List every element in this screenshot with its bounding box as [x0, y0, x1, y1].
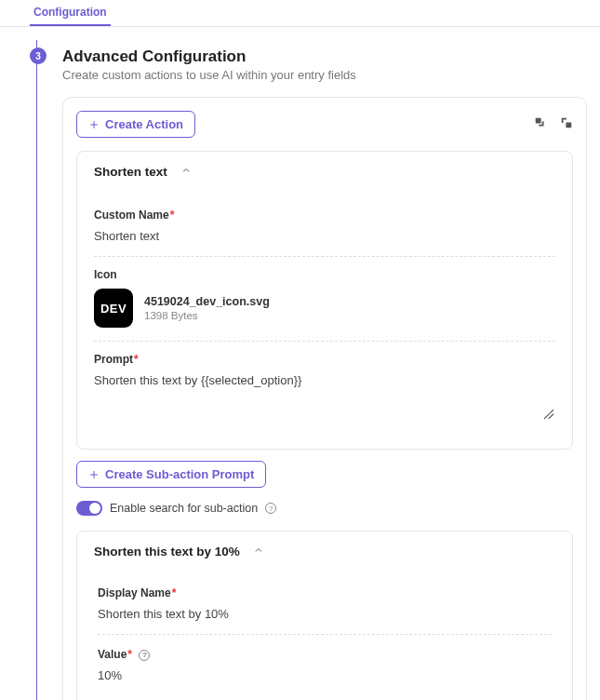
section-title: Advanced Configuration [62, 47, 587, 66]
prompt-value[interactable]: Shorten this text by {{selected_option}} [94, 373, 555, 387]
plus-icon [88, 119, 100, 130]
action-item: Shorten text Custom Name* Shorten text I… [76, 151, 573, 450]
value-label: Value* ? [98, 648, 552, 661]
create-action-label: Create Action [105, 117, 183, 131]
custom-name-value[interactable]: Shorten text [94, 229, 555, 243]
dev-icon[interactable]: DEV [94, 289, 133, 328]
collapse-all-icon[interactable] [560, 116, 573, 132]
help-icon[interactable]: ? [139, 650, 150, 661]
svg-rect-2 [536, 118, 541, 124]
action-item-header[interactable]: Shorten text [77, 152, 572, 192]
create-subaction-button[interactable]: Create Sub-action Prompt [76, 461, 266, 488]
actions-card: Create Action Shorten text [62, 97, 587, 700]
icon-filesize: 1398 Bytes [144, 310, 270, 321]
resize-handle-icon[interactable] [542, 408, 555, 421]
create-action-button[interactable]: Create Action [76, 111, 195, 138]
enable-search-label: Enable search for sub-action [110, 502, 258, 515]
icon-label: Icon [94, 268, 555, 281]
subaction-item-header[interactable]: Shorten this text by 10% [77, 532, 572, 572]
subaction-item-title: Shorten this text by 10% [94, 545, 240, 559]
step-badge: 3 [30, 47, 47, 64]
subaction-item: Shorten this text by 10% Display Name* S… [76, 531, 573, 700]
enable-search-toggle[interactable] [76, 501, 102, 516]
action-item-title: Shorten text [94, 165, 167, 179]
create-subaction-label: Create Sub-action Prompt [105, 467, 254, 481]
help-icon[interactable]: ? [265, 503, 276, 514]
custom-name-label: Custom Name* [94, 209, 555, 222]
display-name-label: Display Name* [98, 586, 552, 599]
display-name-value[interactable]: Shorten this text by 10% [98, 607, 552, 621]
chevron-up-icon [180, 165, 192, 179]
value-value[interactable]: 10% [98, 668, 552, 682]
expand-all-icon[interactable] [534, 116, 547, 132]
svg-marker-5 [562, 118, 567, 123]
plus-icon [88, 469, 100, 480]
section-description: Create custom actions to use AI within y… [62, 68, 587, 82]
tab-configuration[interactable]: Configuration [30, 0, 111, 26]
svg-line-6 [544, 410, 553, 418]
chevron-up-icon [253, 545, 264, 559]
svg-line-7 [549, 414, 553, 419]
prompt-label: Prompt* [94, 353, 555, 366]
svg-rect-4 [566, 122, 571, 128]
icon-filename: 4519024_dev_icon.svg [144, 295, 270, 308]
